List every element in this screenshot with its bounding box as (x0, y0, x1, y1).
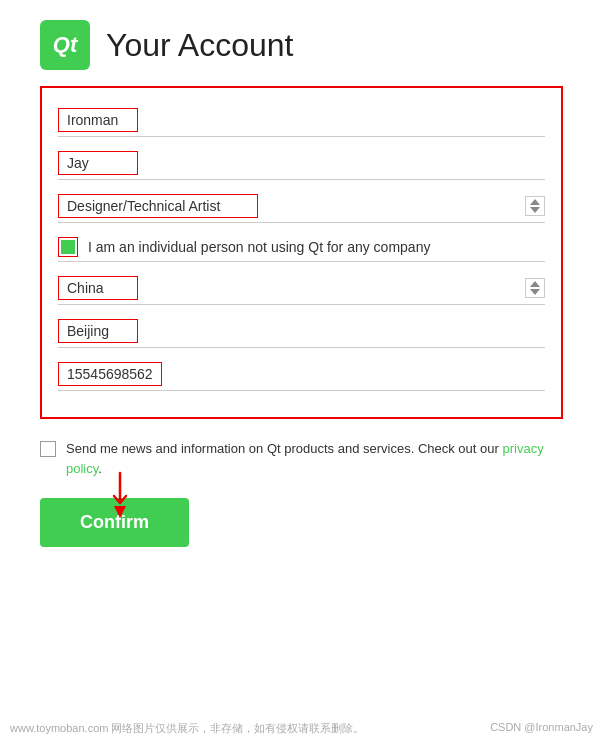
watermark: www.toymoban.com 网络图片仅供展示，非存储，如有侵权请联系删除。… (0, 721, 603, 736)
last-name-value: Jay (58, 151, 138, 175)
last-name-field: Jay (58, 147, 545, 180)
city-value: Beijing (58, 319, 138, 343)
form-container: Ironman Jay Designer/Technical Artist I … (40, 86, 563, 419)
country-arrow-down-icon (530, 289, 540, 295)
first-name-value: Ironman (58, 108, 138, 132)
header: Qt Your Account (40, 20, 563, 70)
job-title-field: Designer/Technical Artist (58, 190, 545, 223)
country-arrow-up-icon (530, 281, 540, 287)
qt-logo-text: Qt (53, 32, 77, 58)
watermark-right: CSDN @IronmanJay (490, 721, 593, 736)
country-field: China (58, 272, 545, 305)
job-title-value: Designer/Technical Artist (58, 194, 258, 218)
watermark-left: www.toymoban.com 网络图片仅供展示，非存储，如有侵权请联系删除。 (10, 721, 364, 736)
individual-checkbox-label: I am an individual person not using Qt f… (88, 239, 430, 255)
country-value: China (58, 276, 138, 300)
svg-marker-0 (114, 506, 126, 518)
newsletter-checkbox[interactable] (40, 441, 56, 457)
page-title: Your Account (106, 27, 293, 64)
arrow-up-icon (530, 199, 540, 205)
city-field: Beijing (58, 315, 545, 348)
country-dropdown-arrow[interactable] (525, 278, 545, 298)
newsletter-text-content: Send me news and information on Qt produ… (66, 441, 502, 456)
first-name-field: Ironman (58, 104, 545, 137)
arrow-indicator-svg (100, 468, 150, 523)
phone-value: 15545698562 (58, 362, 162, 386)
job-title-dropdown-arrow[interactable] (525, 196, 545, 216)
individual-checkbox-checked (61, 240, 75, 254)
individual-checkbox-row: I am an individual person not using Qt f… (58, 233, 545, 262)
qt-logo: Qt (40, 20, 90, 70)
arrow-down-icon (530, 207, 540, 213)
phone-field: 15545698562 (58, 358, 545, 391)
individual-checkbox-wrapper[interactable] (58, 237, 78, 257)
